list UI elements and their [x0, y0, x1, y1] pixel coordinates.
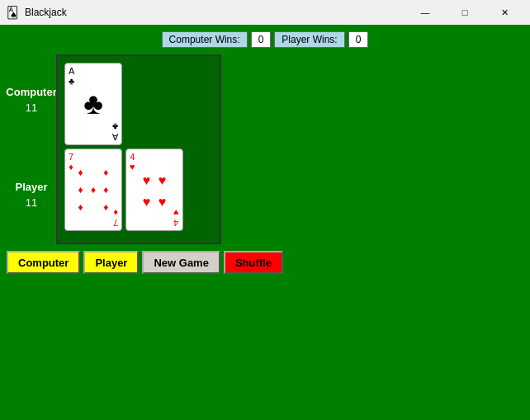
diamonds-grid: ♦ ♦ ♦ ♦ ♦ ♦ ♦ [74, 164, 112, 215]
close-button[interactable]: ✕ [485, 0, 523, 25]
cards-area: Computer 11 Player 11 A♣ ♣ [7, 54, 523, 244]
card-center-clubs: ♣ [83, 87, 103, 121]
hearts-grid: ♥ ♥ ♥ ♥ [139, 170, 170, 213]
computer-wins-label: Computer Wins: [162, 31, 248, 48]
player-button[interactable]: Player [83, 251, 139, 274]
new-game-button[interactable]: New Game [142, 251, 220, 274]
player-card-2: 4♥ ♥ ♥ ♥ ♥ 4♥ [125, 149, 183, 231]
computer-label: Computer [6, 86, 56, 98]
button-row: Computer Player New Game Shuffle [7, 251, 523, 274]
player-card-row: 7♦ ♦ ♦ ♦ ♦ ♦ ♦ ♦ 7♦ [64, 149, 213, 231]
minimize-button[interactable]: — [406, 0, 444, 25]
window-title: Blackjack [25, 7, 406, 18]
window-controls: — □ ✕ [406, 0, 523, 25]
card-4h-top: 4♥ [130, 152, 135, 172]
card-top-left: A♣ [69, 66, 74, 86]
player-label: Player [15, 181, 47, 193]
player-wins-label: Player Wins: [274, 31, 344, 48]
app-icon: 🂡 [7, 6, 20, 19]
card-bottom-right: A♣ [112, 122, 118, 142]
computer-label-area: Computer 11 [7, 54, 56, 145]
computer-button[interactable]: Computer [7, 251, 80, 274]
title-bar: 🂡 Blackjack — □ ✕ [0, 0, 530, 25]
computer-card-1: A♣ ♣ A♣ [64, 63, 122, 145]
computer-score: 11 [26, 101, 37, 114]
computer-wins-value: 0 [251, 31, 272, 48]
side-labels: Computer 11 Player 11 [7, 54, 56, 244]
cards-table: A♣ ♣ A♣ 7♦ ♦ ♦ [56, 54, 221, 244]
player-wins-value: 0 [348, 31, 369, 48]
card-7d-bottom: 7♦ [113, 208, 118, 228]
player-score: 11 [26, 196, 37, 209]
score-bar: Computer Wins: 0 Player Wins: 0 [7, 31, 523, 48]
shuffle-button[interactable]: Shuffle [224, 251, 283, 274]
maximize-button[interactable]: □ [446, 0, 484, 25]
main-window: 🂡 Blackjack — □ ✕ Computer Wins: 0 Playe… [0, 0, 530, 420]
card-7d-top: 7♦ [69, 152, 73, 172]
computer-card-row: A♣ ♣ A♣ [64, 63, 213, 145]
player-label-area: Player 11 [7, 145, 56, 244]
card-4h-bottom: 4♥ [173, 208, 179, 228]
game-area: Computer Wins: 0 Player Wins: 0 Computer… [0, 25, 530, 420]
player-card-1: 7♦ ♦ ♦ ♦ ♦ ♦ ♦ ♦ 7♦ [64, 149, 122, 231]
